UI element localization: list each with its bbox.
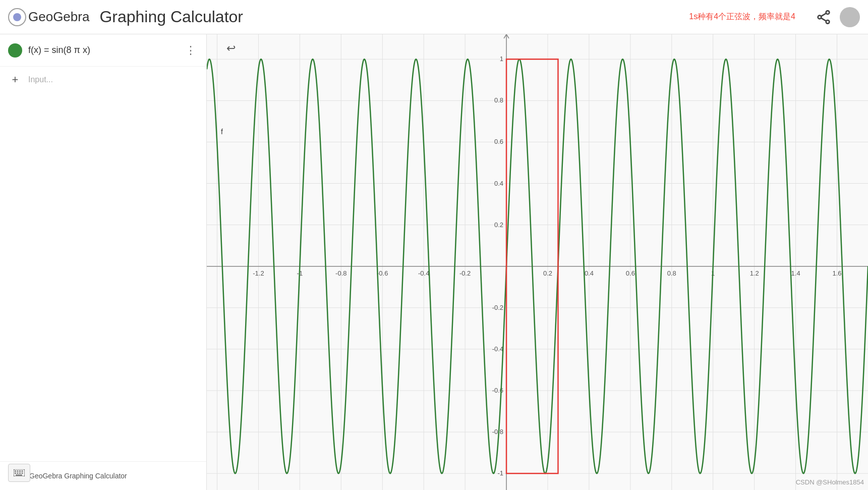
add-expression-button[interactable]: +	[8, 73, 22, 87]
svg-point-1	[818, 15, 822, 19]
svg-rect-9	[22, 471, 23, 472]
input-placeholder: Input...	[28, 75, 53, 84]
function-formula: f(x) = sin(8 π x)	[28, 45, 177, 56]
logo-circle	[8, 8, 26, 26]
sidebar-footer: GeoGebra Graphing Calculator	[0, 461, 206, 490]
svg-rect-6	[15, 471, 16, 472]
function-item[interactable]: f(x) = sin(8 π x) ⋮	[0, 34, 206, 67]
svg-rect-14	[16, 475, 22, 476]
function-menu-icon[interactable]: ⋮	[183, 42, 198, 59]
sidebar: f(x) = sin(8 π x) ⋮ + Input... GeoGebra …	[0, 34, 207, 490]
annotation-text: 1s种有4个正弦波，频率就是4	[689, 12, 795, 22]
f-label: f	[221, 128, 223, 136]
svg-line-3	[821, 13, 826, 16]
function-color-dot	[8, 43, 22, 58]
footer-label: GeoGebra Graphing Calculator	[29, 472, 127, 480]
svg-rect-12	[19, 473, 21, 474]
main-content: f(x) = sin(8 π x) ⋮ + Input... GeoGebra …	[0, 34, 868, 490]
svg-rect-11	[17, 473, 19, 474]
add-input-row[interactable]: + Input...	[0, 67, 206, 93]
share-icon[interactable]	[816, 9, 832, 25]
graph-area[interactable]: ↩ f CSDN @SHolmes1854	[207, 34, 868, 490]
svg-point-2	[826, 20, 830, 24]
logo-inner-circle	[13, 13, 21, 21]
graph-canvas	[207, 34, 868, 490]
avatar[interactable]	[840, 7, 860, 27]
geogebra-logo: GeoGebra	[8, 8, 89, 26]
brand-name: GeoGebra	[28, 9, 89, 25]
svg-rect-10	[15, 473, 16, 474]
svg-line-4	[821, 18, 826, 21]
svg-rect-8	[19, 471, 21, 472]
svg-rect-13	[22, 473, 23, 474]
keyboard-button[interactable]	[8, 464, 30, 482]
svg-rect-7	[17, 471, 19, 472]
undo-button[interactable]: ↩	[222, 39, 240, 58]
keyboard-icon	[14, 469, 25, 476]
watermark: CSDN @SHolmes1854	[796, 478, 864, 486]
app-header: GeoGebra Graphing Calculator 1s种有4个正弦波，频…	[0, 0, 868, 34]
page-title: Graphing Calculator	[99, 8, 689, 26]
svg-point-0	[826, 11, 830, 14]
